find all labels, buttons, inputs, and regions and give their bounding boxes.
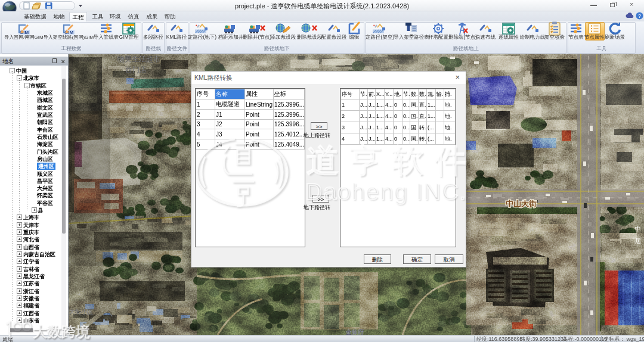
svg-text:居: 居 bbox=[635, 238, 641, 244]
svg-text:中: 中 bbox=[635, 225, 641, 232]
svg-text:大街小区: 大街小区 bbox=[69, 309, 93, 315]
svg-text:?: ? bbox=[638, 13, 641, 19]
svg-text:中山大街: 中山大街 bbox=[506, 199, 537, 208]
svg-text:物美生活超市: 物美生活超市 bbox=[117, 55, 160, 63]
svg-text:西门店: 西门店 bbox=[125, 66, 147, 74]
svg-text:金帅府: 金帅府 bbox=[345, 329, 364, 335]
